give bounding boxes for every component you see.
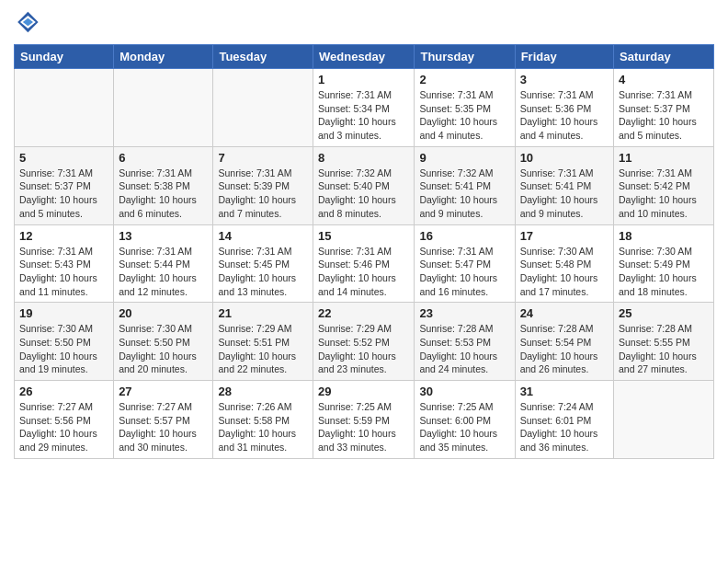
day-cell: [614, 381, 714, 459]
day-cell: 23Sunrise: 7:28 AM Sunset: 5:53 PM Dayli…: [415, 303, 515, 381]
day-number: 25: [619, 306, 709, 320]
day-detail: Sunrise: 7:25 AM Sunset: 5:59 PM Dayligh…: [318, 400, 409, 454]
weekday-header-thursday: Thursday: [415, 45, 515, 69]
day-detail: Sunrise: 7:30 AM Sunset: 5:48 PM Dayligh…: [520, 245, 609, 299]
logo-icon: [14, 9, 40, 35]
day-number: 2: [419, 73, 509, 86]
day-number: 21: [218, 306, 308, 320]
day-cell: 27Sunrise: 7:27 AM Sunset: 5:57 PM Dayli…: [114, 381, 213, 459]
day-detail: Sunrise: 7:31 AM Sunset: 5:41 PM Dayligh…: [520, 167, 609, 221]
day-number: 4: [619, 73, 709, 86]
day-detail: Sunrise: 7:29 AM Sunset: 5:51 PM Dayligh…: [218, 322, 308, 376]
day-detail: Sunrise: 7:30 AM Sunset: 5:49 PM Dayligh…: [619, 245, 709, 299]
day-number: 28: [218, 385, 308, 398]
day-cell: 6Sunrise: 7:31 AM Sunset: 5:38 PM Daylig…: [114, 146, 213, 224]
day-number: 26: [19, 385, 108, 398]
day-cell: 18Sunrise: 7:30 AM Sunset: 5:49 PM Dayli…: [614, 224, 714, 303]
week-row-5: 26Sunrise: 7:27 AM Sunset: 5:56 PM Dayli…: [15, 381, 714, 459]
day-number: 27: [119, 385, 208, 398]
day-cell: [114, 69, 213, 147]
day-cell: 24Sunrise: 7:28 AM Sunset: 5:54 PM Dayli…: [515, 303, 613, 381]
day-number: 3: [520, 73, 609, 86]
day-cell: [213, 69, 313, 147]
week-row-2: 5Sunrise: 7:31 AM Sunset: 5:37 PM Daylig…: [15, 146, 714, 224]
day-cell: 3Sunrise: 7:31 AM Sunset: 5:36 PM Daylig…: [515, 69, 613, 147]
day-number: 8: [318, 151, 409, 165]
day-detail: Sunrise: 7:31 AM Sunset: 5:39 PM Dayligh…: [218, 167, 308, 221]
day-detail: Sunrise: 7:30 AM Sunset: 5:50 PM Dayligh…: [119, 322, 208, 376]
day-number: 6: [119, 151, 208, 165]
day-cell: 1Sunrise: 7:31 AM Sunset: 5:34 PM Daylig…: [313, 69, 415, 147]
day-number: 14: [218, 229, 308, 243]
day-cell: 10Sunrise: 7:31 AM Sunset: 5:41 PM Dayli…: [515, 146, 613, 224]
day-detail: Sunrise: 7:31 AM Sunset: 5:43 PM Dayligh…: [19, 245, 108, 299]
day-number: 23: [419, 306, 509, 320]
week-row-4: 19Sunrise: 7:30 AM Sunset: 5:50 PM Dayli…: [15, 303, 714, 381]
weekday-header-saturday: Saturday: [614, 45, 714, 69]
day-detail: Sunrise: 7:31 AM Sunset: 5:38 PM Dayligh…: [119, 167, 208, 221]
day-number: 15: [318, 229, 409, 243]
day-number: 16: [419, 229, 509, 243]
day-number: 9: [419, 151, 509, 165]
day-detail: Sunrise: 7:31 AM Sunset: 5:37 PM Dayligh…: [619, 88, 709, 143]
day-number: 22: [318, 306, 409, 320]
day-cell: 4Sunrise: 7:31 AM Sunset: 5:37 PM Daylig…: [614, 69, 714, 147]
day-cell: 21Sunrise: 7:29 AM Sunset: 5:51 PM Dayli…: [213, 303, 313, 381]
day-detail: Sunrise: 7:31 AM Sunset: 5:37 PM Dayligh…: [19, 167, 108, 221]
day-number: 13: [119, 229, 208, 243]
day-cell: 31Sunrise: 7:24 AM Sunset: 6:01 PM Dayli…: [515, 381, 613, 459]
day-number: 1: [318, 73, 409, 86]
day-cell: [15, 69, 114, 147]
day-number: 11: [619, 151, 709, 165]
day-detail: Sunrise: 7:31 AM Sunset: 5:47 PM Dayligh…: [419, 245, 509, 299]
day-cell: 7Sunrise: 7:31 AM Sunset: 5:39 PM Daylig…: [213, 146, 313, 224]
day-cell: 20Sunrise: 7:30 AM Sunset: 5:50 PM Dayli…: [114, 303, 213, 381]
calendar: SundayMondayTuesdayWednesdayThursdayFrid…: [14, 44, 714, 459]
day-detail: Sunrise: 7:31 AM Sunset: 5:42 PM Dayligh…: [619, 167, 709, 221]
day-cell: 29Sunrise: 7:25 AM Sunset: 5:59 PM Dayli…: [313, 381, 415, 459]
day-number: 30: [419, 385, 509, 398]
day-number: 19: [19, 306, 108, 320]
day-cell: 5Sunrise: 7:31 AM Sunset: 5:37 PM Daylig…: [15, 146, 114, 224]
day-number: 20: [119, 306, 208, 320]
day-cell: 13Sunrise: 7:31 AM Sunset: 5:44 PM Dayli…: [114, 224, 213, 303]
day-cell: 2Sunrise: 7:31 AM Sunset: 5:35 PM Daylig…: [415, 69, 515, 147]
day-detail: Sunrise: 7:31 AM Sunset: 5:45 PM Dayligh…: [218, 245, 308, 299]
day-cell: 16Sunrise: 7:31 AM Sunset: 5:47 PM Dayli…: [415, 224, 515, 303]
day-detail: Sunrise: 7:32 AM Sunset: 5:40 PM Dayligh…: [318, 167, 409, 221]
day-detail: Sunrise: 7:31 AM Sunset: 5:34 PM Dayligh…: [318, 88, 409, 143]
day-cell: 12Sunrise: 7:31 AM Sunset: 5:43 PM Dayli…: [15, 224, 114, 303]
weekday-header-friday: Friday: [515, 45, 613, 69]
day-number: 17: [520, 229, 609, 243]
day-cell: 30Sunrise: 7:25 AM Sunset: 6:00 PM Dayli…: [415, 381, 515, 459]
day-detail: Sunrise: 7:28 AM Sunset: 5:54 PM Dayligh…: [520, 322, 609, 376]
day-cell: 22Sunrise: 7:29 AM Sunset: 5:52 PM Dayli…: [313, 303, 415, 381]
day-detail: Sunrise: 7:26 AM Sunset: 5:58 PM Dayligh…: [218, 400, 308, 454]
week-row-1: 1Sunrise: 7:31 AM Sunset: 5:34 PM Daylig…: [15, 69, 714, 147]
day-number: 31: [520, 385, 609, 398]
day-cell: 8Sunrise: 7:32 AM Sunset: 5:40 PM Daylig…: [313, 146, 415, 224]
day-number: 12: [19, 229, 108, 243]
day-detail: Sunrise: 7:31 AM Sunset: 5:36 PM Dayligh…: [520, 88, 609, 143]
day-cell: 19Sunrise: 7:30 AM Sunset: 5:50 PM Dayli…: [15, 303, 114, 381]
day-cell: 9Sunrise: 7:32 AM Sunset: 5:41 PM Daylig…: [415, 146, 515, 224]
day-number: 7: [218, 151, 308, 165]
day-cell: 25Sunrise: 7:28 AM Sunset: 5:55 PM Dayli…: [614, 303, 714, 381]
day-detail: Sunrise: 7:31 AM Sunset: 5:44 PM Dayligh…: [119, 245, 208, 299]
day-detail: Sunrise: 7:31 AM Sunset: 5:46 PM Dayligh…: [318, 245, 409, 299]
day-detail: Sunrise: 7:27 AM Sunset: 5:56 PM Dayligh…: [19, 400, 108, 454]
day-detail: Sunrise: 7:27 AM Sunset: 5:57 PM Dayligh…: [119, 400, 208, 454]
day-number: 10: [520, 151, 609, 165]
day-detail: Sunrise: 7:24 AM Sunset: 6:01 PM Dayligh…: [520, 400, 609, 454]
weekday-header-tuesday: Tuesday: [213, 45, 313, 69]
day-number: 29: [318, 385, 409, 398]
day-detail: Sunrise: 7:25 AM Sunset: 6:00 PM Dayligh…: [419, 400, 509, 454]
day-cell: 14Sunrise: 7:31 AM Sunset: 5:45 PM Dayli…: [213, 224, 313, 303]
day-cell: 26Sunrise: 7:27 AM Sunset: 5:56 PM Dayli…: [15, 381, 114, 459]
weekday-header-sunday: Sunday: [15, 45, 114, 69]
day-detail: Sunrise: 7:28 AM Sunset: 5:53 PM Dayligh…: [419, 322, 509, 376]
day-cell: 11Sunrise: 7:31 AM Sunset: 5:42 PM Dayli…: [614, 146, 714, 224]
day-detail: Sunrise: 7:31 AM Sunset: 5:35 PM Dayligh…: [419, 88, 509, 143]
day-number: 18: [619, 229, 709, 243]
day-number: 24: [520, 306, 609, 320]
